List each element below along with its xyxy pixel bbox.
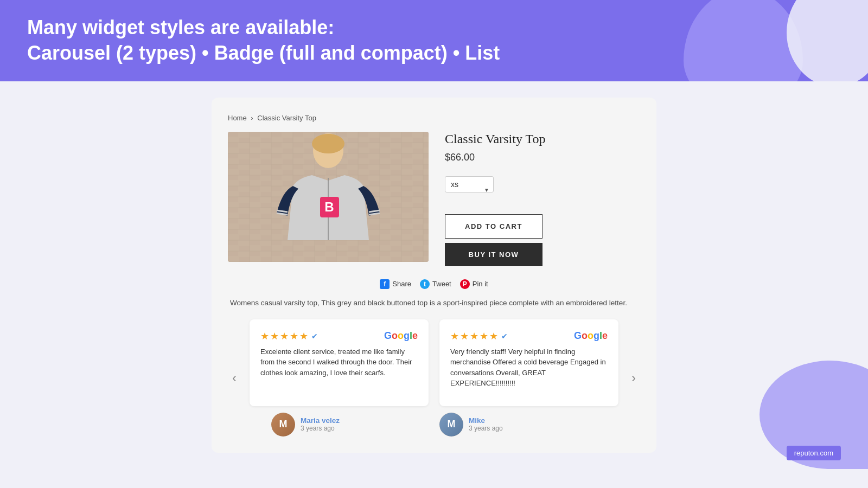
star-1-r2: ★ xyxy=(450,330,459,342)
reviewer-avatar-2: M xyxy=(439,413,463,436)
size-selector[interactable]: xs s m l xl xyxy=(445,176,494,192)
size-select-wrapper: xs s m l xl xyxy=(445,176,494,203)
carousel-arrow-left[interactable]: ‹ xyxy=(228,366,241,390)
avatar-initial-2: M xyxy=(448,419,456,430)
review-stars-1: ★ ★ ★ ★ ★ ✔ Google xyxy=(260,330,418,342)
star-3: ★ xyxy=(280,330,289,342)
reviewer-details-2: Mike 3 years ago xyxy=(469,416,503,432)
breadcrumb-current: Classic Varsity Top xyxy=(257,114,316,122)
breadcrumb-separator: › xyxy=(251,114,253,122)
star-1: ★ xyxy=(260,330,269,342)
star-5: ★ xyxy=(299,330,308,342)
star-4-r2: ★ xyxy=(480,330,488,342)
product-description: Womens casual varsity top, This grey and… xyxy=(228,298,640,309)
verified-badge-2: ✔ xyxy=(501,332,508,341)
google-logo-2: Google xyxy=(574,330,608,342)
reputon-watermark: reputon.com xyxy=(787,446,841,460)
reviews-carousel: ★ ★ ★ ★ ★ ✔ Google Excelente client serv… xyxy=(250,319,618,406)
review-card-2: ★ ★ ★ ★ ★ ✔ Google Very friendly staff! … xyxy=(439,319,618,406)
review-card-1: ★ ★ ★ ★ ★ ✔ Google Excelente client serv… xyxy=(250,319,429,406)
svg-point-6 xyxy=(312,134,344,153)
share-pinterest-label: Pin it xyxy=(473,280,488,288)
review-stars-2: ★ ★ ★ ★ ★ ✔ Google xyxy=(450,330,608,342)
add-to-cart-button[interactable]: ADD TO CART xyxy=(445,214,542,239)
reviewer-row: M Maria velez 3 years ago M xyxy=(250,413,618,436)
product-layout: B Classic Varsity Top $66.00 xs s m xyxy=(228,132,640,266)
reviewer-info-2: M Mike 3 years ago xyxy=(439,413,597,436)
product-info: Classic Varsity Top $66.00 xs s m l xl A… xyxy=(445,132,640,266)
review-text-1: Excelente client service, treated me lik… xyxy=(260,346,418,384)
share-twitter-label: Tweet xyxy=(432,280,451,288)
share-facebook-label: Share xyxy=(392,280,411,288)
social-share: f Share t Tweet P Pin it xyxy=(228,279,640,289)
share-twitter[interactable]: t Tweet xyxy=(420,279,451,289)
product-image: B xyxy=(228,132,429,262)
buy-now-button[interactable]: BUY IT NOW xyxy=(445,243,542,266)
star-3-r2: ★ xyxy=(470,330,478,342)
review-text-2: Very friendly staff! Very helpful in fin… xyxy=(450,346,608,389)
header-line2: Carousel (2 types) • Badge (full and com… xyxy=(27,41,500,66)
reviews-section: ‹ › ★ ★ ★ ★ ★ ✔ Google xyxy=(228,319,640,436)
breadcrumb: Home › Classic Varsity Top xyxy=(228,114,640,122)
product-price: $66.00 xyxy=(445,152,640,163)
reviewer-name-2: Mike xyxy=(469,416,503,425)
star-5-r2: ★ xyxy=(489,330,498,342)
share-pinterest[interactable]: P Pin it xyxy=(460,279,488,289)
header-line1: Many widget styles are available: xyxy=(27,15,500,41)
reviewer-details-1: Maria velez 3 years ago xyxy=(301,416,340,432)
header-text: Many widget styles are available: Carous… xyxy=(27,15,500,66)
reviewer-avatar-1: M xyxy=(271,413,295,436)
breadcrumb-home[interactable]: Home xyxy=(228,114,247,122)
facebook-icon: f xyxy=(380,279,390,289)
twitter-icon: t xyxy=(420,279,430,289)
header-decoration-2 xyxy=(787,0,868,81)
svg-text:B: B xyxy=(324,200,334,214)
star-2: ★ xyxy=(270,330,279,342)
carousel-arrow-right[interactable]: › xyxy=(627,366,640,390)
google-logo-1: Google xyxy=(384,330,418,342)
header-decoration-1 xyxy=(684,0,803,81)
reviewer-time-2: 3 years ago xyxy=(469,425,503,432)
verified-badge-1: ✔ xyxy=(311,332,318,341)
product-title: Classic Varsity Top xyxy=(445,132,640,146)
reviewer-name-1: Maria velez xyxy=(301,416,340,425)
share-facebook[interactable]: f Share xyxy=(380,279,411,289)
body-area: Home › Classic Varsity Top xyxy=(0,81,868,469)
reviewer-info-1: M Maria velez 3 years ago xyxy=(271,413,429,436)
reviewer-time-1: 3 years ago xyxy=(301,425,340,432)
star-4: ★ xyxy=(290,330,298,342)
avatar-initial-1: M xyxy=(279,419,288,430)
header-banner: Many widget styles are available: Carous… xyxy=(0,0,868,81)
product-card: Home › Classic Varsity Top xyxy=(212,98,656,453)
star-2-r2: ★ xyxy=(460,330,469,342)
pinterest-icon: P xyxy=(460,279,470,289)
